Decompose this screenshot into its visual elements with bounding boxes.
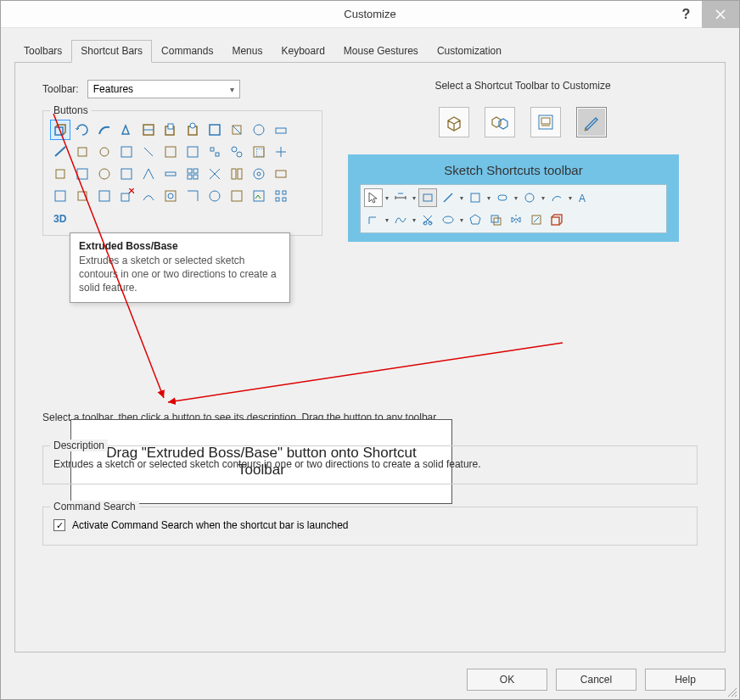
offset-icon[interactable] xyxy=(486,210,505,229)
cut-revolve-icon[interactable] xyxy=(182,120,203,140)
feature-icon[interactable] xyxy=(271,186,291,206)
arc-icon[interactable] xyxy=(547,188,566,207)
feature-icon[interactable]: ⬚ xyxy=(249,142,269,162)
tab-strip: Toolbars Shortcut Bars Commands Menus Ke… xyxy=(14,40,726,63)
feature-icon[interactable] xyxy=(116,142,137,162)
drop-target-icon[interactable] xyxy=(547,210,566,229)
dropdown-icon[interactable]: ▾ xyxy=(384,194,390,202)
toolbar-combo[interactable]: Features ▾ xyxy=(87,80,240,98)
mode-part-icon[interactable] xyxy=(439,107,469,137)
cancel-button[interactable]: Cancel xyxy=(556,669,636,691)
feature-icon[interactable] xyxy=(271,120,291,140)
feature-icon[interactable]: ✕ xyxy=(116,186,137,206)
feature-icon[interactable] xyxy=(72,142,92,162)
spline-icon[interactable] xyxy=(391,210,410,229)
select-toolbar-label: Select a Shortcut Toolbar to Customize xyxy=(348,80,698,92)
feature-icon[interactable] xyxy=(205,164,225,184)
tab-keyboard[interactable]: Keyboard xyxy=(272,40,334,63)
feature-icon[interactable]: 3D xyxy=(50,208,70,228)
feature-icon[interactable] xyxy=(205,120,225,140)
boundary-icon[interactable] xyxy=(138,120,159,140)
feature-icon[interactable] xyxy=(227,164,247,184)
feature-icon[interactable] xyxy=(116,164,137,184)
feature-icon[interactable] xyxy=(138,186,159,206)
corner-rect-icon[interactable] xyxy=(466,188,485,207)
dropdown-icon[interactable]: ▾ xyxy=(412,194,417,202)
convert-icon[interactable] xyxy=(527,210,546,229)
feature-icon[interactable] xyxy=(50,164,70,184)
cut-extrude-icon[interactable] xyxy=(160,120,181,140)
rectangle-icon[interactable] xyxy=(418,188,437,207)
feature-icon[interactable] xyxy=(205,186,225,206)
dropdown-icon[interactable]: ▾ xyxy=(541,194,546,202)
feature-icon[interactable] xyxy=(205,142,225,162)
dropdown-icon[interactable]: ▾ xyxy=(384,216,390,224)
trim-icon[interactable] xyxy=(418,210,437,229)
activate-command-search-checkbox[interactable]: ✓ xyxy=(53,519,65,531)
feature-icon[interactable] xyxy=(249,120,269,140)
feature-icon[interactable] xyxy=(182,142,203,162)
tab-customization[interactable]: Customization xyxy=(428,40,511,63)
dropdown-icon[interactable]: ▾ xyxy=(486,194,491,202)
text-icon[interactable]: A xyxy=(575,188,593,207)
tab-menus[interactable]: Menus xyxy=(222,40,272,63)
mode-drawing-icon[interactable] xyxy=(530,107,561,137)
feature-icon[interactable] xyxy=(182,164,203,184)
tab-commands[interactable]: Commands xyxy=(152,40,222,63)
svg-rect-33 xyxy=(238,169,242,179)
feature-icon[interactable] xyxy=(94,164,115,184)
circle-icon[interactable] xyxy=(520,188,539,207)
feature-icon[interactable] xyxy=(94,142,115,162)
close-button[interactable] xyxy=(702,1,739,28)
svg-rect-7 xyxy=(210,125,220,135)
feature-icon[interactable] xyxy=(271,142,291,162)
loft-icon[interactable] xyxy=(116,120,137,140)
extruded-boss-icon[interactable] xyxy=(50,120,70,140)
line-icon[interactable] xyxy=(439,188,457,207)
feature-icon[interactable] xyxy=(249,164,269,184)
ok-button[interactable]: OK xyxy=(467,669,547,691)
resize-grip-icon[interactable] xyxy=(726,686,737,697)
mode-sketch-icon[interactable] xyxy=(576,107,607,137)
feature-icon[interactable] xyxy=(50,186,70,206)
mirror-icon[interactable] xyxy=(507,210,525,229)
feature-icon[interactable] xyxy=(227,142,247,162)
help-icon[interactable]: ? xyxy=(671,1,701,28)
feature-icon[interactable] xyxy=(72,186,92,206)
mode-assembly-icon[interactable] xyxy=(485,107,515,137)
dropdown-icon[interactable]: ▾ xyxy=(513,194,519,202)
feature-icon[interactable] xyxy=(182,186,203,206)
feature-icon[interactable] xyxy=(138,142,159,162)
tab-shortcut-bars[interactable]: Shortcut Bars xyxy=(71,40,152,63)
polygon-icon[interactable] xyxy=(466,210,485,229)
tab-toolbars[interactable]: Toolbars xyxy=(14,40,71,63)
tab-mouse-gestures[interactable]: Mouse Gestures xyxy=(334,40,428,63)
feature-icon[interactable] xyxy=(227,120,247,140)
dimension-icon[interactable] xyxy=(391,188,410,207)
ellipse-icon[interactable] xyxy=(439,210,457,229)
feature-icon[interactable] xyxy=(138,164,159,184)
svg-rect-27 xyxy=(165,172,176,176)
svg-rect-67 xyxy=(552,217,559,225)
pointer-icon[interactable] xyxy=(364,188,383,207)
feature-icon[interactable] xyxy=(249,186,269,206)
revolve-icon[interactable] xyxy=(72,120,92,140)
slot-icon[interactable] xyxy=(493,188,512,207)
dropdown-icon[interactable]: ▾ xyxy=(459,194,464,202)
feature-icon[interactable] xyxy=(160,142,181,162)
feature-icon[interactable] xyxy=(160,186,181,206)
sweep-icon[interactable] xyxy=(94,120,115,140)
dropdown-icon[interactable]: ▾ xyxy=(459,216,464,224)
corner-icon[interactable] xyxy=(364,210,383,229)
svg-rect-65 xyxy=(494,218,501,225)
dropdown-icon[interactable]: ▾ xyxy=(412,216,417,224)
dialog-buttons: OK Cancel Help xyxy=(467,669,726,691)
feature-icon[interactable] xyxy=(271,164,291,184)
feature-icon[interactable] xyxy=(160,164,181,184)
dropdown-icon[interactable]: ▾ xyxy=(568,194,573,202)
feature-icon[interactable] xyxy=(94,186,115,206)
feature-icon[interactable] xyxy=(50,142,70,162)
feature-icon[interactable] xyxy=(227,186,247,206)
feature-icon[interactable] xyxy=(72,164,92,184)
help-button[interactable]: Help xyxy=(645,669,726,691)
